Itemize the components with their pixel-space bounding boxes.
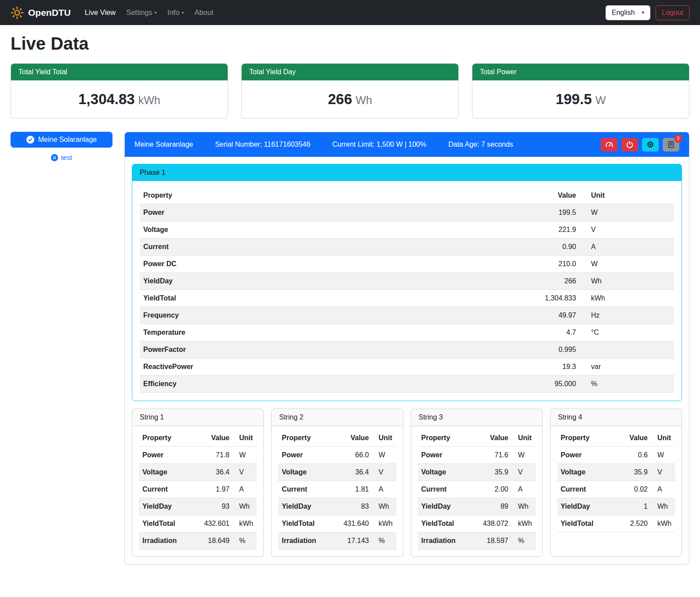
value-cell: 1.81 <box>331 481 372 498</box>
language-select[interactable]: English ▾ <box>606 5 650 20</box>
property-cell: Power <box>278 447 331 464</box>
table-row: Voltage36.4V <box>139 464 257 481</box>
table-row: Irradiation18.597% <box>418 532 536 550</box>
unit-column-header: Unit <box>651 430 675 447</box>
inverter-data-age: Data Age: 7 seconds <box>448 141 513 148</box>
string-2-title: String 2 <box>272 409 403 426</box>
page-content: Live Data Total Yield Total 1,304.83kWh … <box>0 25 700 575</box>
table-row: YieldDay83Wh <box>278 498 396 515</box>
property-cell: Irradiation <box>278 532 331 550</box>
card-title: Total Power <box>472 64 689 80</box>
value-cell: 89 <box>471 498 512 515</box>
unit-cell: kWh <box>512 515 536 532</box>
phase-1-card: Phase 1 Property Value Unit Power199.5WV… <box>132 164 682 401</box>
event-tag-test[interactable]: test <box>11 154 112 162</box>
unit-cell: A <box>580 239 674 256</box>
property-cell: YieldDay <box>557 498 615 515</box>
property-cell: YieldTotal <box>557 515 615 532</box>
table-header-row: Property Value Unit <box>278 430 396 447</box>
string-3-table: Property Value Unit Power71.6WVoltage35.… <box>418 430 536 550</box>
chevron-down-icon: ▾ <box>155 10 157 15</box>
unit-cell: A <box>651 481 675 498</box>
total-yield-day-value: 266 <box>328 91 352 107</box>
value-cell: 36.4 <box>331 464 372 481</box>
card-body: 1,304.83kWh <box>11 80 228 118</box>
property-cell: Efficiency <box>140 376 403 393</box>
property-cell: Current <box>140 239 403 256</box>
table-row: Irradiation17.143% <box>278 532 396 550</box>
chevron-down-icon: ▾ <box>642 10 645 15</box>
value-cell: 95.000 <box>403 376 580 393</box>
total-yield-total-card: Total Yield Total 1,304.83kWh <box>11 63 228 119</box>
property-cell: Voltage <box>557 464 615 481</box>
table-row: Current2.00A <box>418 481 536 498</box>
value-cell: 0.90 <box>403 239 580 256</box>
inverter-sidebar: Meine Solaranlage test <box>11 132 112 162</box>
table-row: YieldTotal2.520kWh <box>557 515 675 532</box>
limit-settings-button[interactable] <box>601 138 617 152</box>
value-cell: 35.9 <box>471 464 512 481</box>
property-cell: YieldDay <box>139 498 192 515</box>
unit-cell: kWh <box>233 515 257 532</box>
brand[interactable]: OpenDTU <box>11 6 71 19</box>
table-row: YieldTotal432.601kWh <box>139 515 257 532</box>
nav-about[interactable]: About <box>189 5 218 20</box>
value-column-header: Value <box>615 430 651 447</box>
property-cell: Voltage <box>418 464 471 481</box>
table-row: Power199.5W <box>140 204 674 221</box>
property-cell: YieldDay <box>418 498 471 515</box>
summary-cards-row: Total Yield Total 1,304.83kWh Total Yiel… <box>11 63 689 119</box>
table-row: ReactivePower19.3var <box>140 358 674 376</box>
string-1-table: Property Value Unit Power71.8WVoltage36.… <box>139 430 257 550</box>
property-cell: YieldTotal <box>139 515 192 532</box>
unit-cell: A <box>373 481 396 498</box>
event-tag-label: test <box>61 154 72 162</box>
table-row: Current0.90A <box>140 239 674 256</box>
unit-cell: kWh <box>373 515 396 532</box>
nav-live-view[interactable]: Live View <box>80 5 121 20</box>
value-cell: 438.072 <box>471 515 512 532</box>
unit-cell: % <box>512 532 536 550</box>
value-cell: 71.6 <box>471 447 512 464</box>
value-cell: 1.97 <box>192 481 233 498</box>
total-yield-day-card: Total Yield Day 266Wh <box>241 63 459 119</box>
nav-settings[interactable]: Settings ▾ <box>121 5 162 20</box>
value-cell: 71.8 <box>192 447 233 464</box>
x-circle-icon[interactable] <box>51 154 58 161</box>
journal-icon <box>667 141 675 148</box>
card-title: Total Yield Day <box>242 64 458 80</box>
property-cell: Frequency <box>140 307 403 324</box>
logout-button[interactable]: Logout <box>656 5 689 20</box>
inverter-select-button[interactable]: Meine Solaranlage <box>11 132 112 148</box>
unit-cell: W <box>373 447 396 464</box>
value-cell: 1 <box>615 498 651 515</box>
unit-cell: kWh <box>580 290 674 307</box>
table-row: YieldTotal1,304.833kWh <box>140 290 674 307</box>
value-column-header: Value <box>331 430 372 447</box>
nav-settings-label: Settings <box>126 8 152 17</box>
value-cell: 0.02 <box>615 481 651 498</box>
value-cell: 0.995 <box>403 341 580 358</box>
value-cell: 35.9 <box>615 464 651 481</box>
table-row: PowerFactor0.995 <box>140 341 674 358</box>
value-cell: 432.601 <box>192 515 233 532</box>
phase-1-title: Phase 1 <box>132 164 682 181</box>
property-cell: ReactivePower <box>140 358 403 376</box>
events-button[interactable]: 2 <box>663 138 679 152</box>
unit-cell: % <box>580 376 674 393</box>
brand-name: OpenDTU <box>28 7 71 18</box>
power-button[interactable] <box>621 138 638 152</box>
value-cell: 17.143 <box>331 532 372 550</box>
device-info-button[interactable] <box>642 138 659 152</box>
table-row: Irradiation18.649% <box>139 532 257 550</box>
property-cell: YieldDay <box>140 273 403 290</box>
unit-cell: var <box>580 358 674 376</box>
total-power-card: Total Power 199.5W <box>472 63 689 119</box>
value-cell: 221.9 <box>403 221 580 239</box>
table-row: Voltage35.9V <box>557 464 675 481</box>
property-cell: YieldTotal <box>140 290 403 307</box>
nav-live-view-label: Live View <box>85 8 116 17</box>
value-cell: 4.7 <box>403 324 580 341</box>
nav-info[interactable]: Info ▾ <box>162 5 189 20</box>
property-cell: PowerFactor <box>140 341 403 358</box>
